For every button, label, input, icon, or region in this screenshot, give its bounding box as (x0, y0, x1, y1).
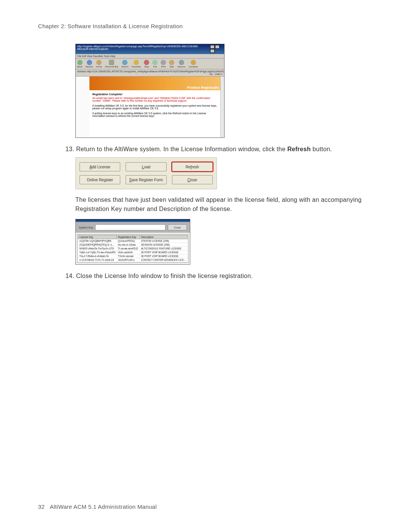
home-icon: Home (96, 60, 102, 68)
load-button[interactable]: Load (126, 162, 166, 171)
compete-icon: Compete (188, 60, 198, 68)
step-13-number: 13. (65, 145, 76, 153)
browser-screenshot: http://register.altigen.com/OnlineRegist… (75, 44, 225, 138)
table-row: n-1XJf-fdbxnl-71Yb-T1-dxbb-b4J4x2URTxJN-… (78, 258, 188, 262)
online-register-button[interactable]: Online Register (80, 175, 120, 184)
page-number: 32 (38, 503, 45, 510)
address-text: Address http://124.100x00.001.APJ/01TA.U… (77, 70, 224, 73)
registration-complete-panel: Registration Complete! An email has been… (89, 90, 220, 122)
manual-title: AltiWare ACM 5.1 Administration Manual (50, 503, 157, 510)
save-register-form-button[interactable]: Save Register Form (126, 175, 166, 184)
back-icon: Back (77, 60, 83, 68)
refresh-keyword: Refresh (287, 146, 311, 152)
table-row: TnoJ-TJfbAw-e-vhnkaln-5xTXxrtx-xaxxax30 … (78, 254, 188, 258)
reload-icon: Reload (86, 60, 93, 68)
favorites-icon: Favorites (132, 60, 141, 68)
table-row: x1QF5A+1QXQBsP4PXQBNQ1xxuxXPD2QSTATION L… (78, 239, 188, 243)
full-icon: Full (152, 60, 158, 68)
license-table: License Key Registration Key Description… (78, 235, 188, 262)
print-icon: Print (161, 60, 166, 68)
system-key-field[interactable] (95, 224, 166, 230)
discuss-icon: Discuss (177, 60, 185, 68)
personalbar-icon: Personal Bar (105, 60, 118, 68)
browser-title-text: http://register.altigen.com/OnlineRegist… (77, 45, 210, 53)
step-13-text-b: button. (311, 146, 332, 152)
info-paragraph-2: If adding license keys to an existing Al… (92, 112, 217, 117)
confirmation-email-text: An email has been sent to "sharegood@hot… (92, 97, 217, 102)
step-14-number: 14. (65, 272, 76, 280)
step-14-text: Close the License Info window to finish … (76, 272, 373, 280)
license-field-paragraph: The licenses that have just been validat… (75, 195, 368, 214)
table-row: NXM3Y.xNwsTa-ThxTsxJn-UTDTLxa-aw-anxK5JZ… (78, 247, 188, 251)
info-paragraph-1: If installing AltiWare OE 5.0, for the f… (92, 104, 217, 110)
step-13: 13. Return to the AltiWare system. In th… (65, 145, 373, 153)
refresh-button[interactable]: Refresh (172, 162, 213, 171)
col-license-key: License Key (78, 235, 117, 239)
browser-address-bar: Address http://124.100x00.001.APJ/01TA.U… (76, 69, 224, 77)
license-close-button[interactable]: Close (168, 224, 187, 230)
search-icon: Search (121, 60, 129, 68)
license-info-window: System Key Close License Key Registratio… (75, 219, 190, 265)
chapter-header: Chapter 2: Software Installation & Licen… (38, 23, 373, 29)
add-license-button[interactable]: Add License (80, 162, 120, 171)
step-14: 14. Close the License Info window to fin… (65, 272, 373, 280)
system-key-label: System Key (79, 226, 93, 229)
scrollbar-icon (220, 77, 224, 137)
table-row: TqNc-Lxt-TqNc-Th-aw-eTaxndPbVixtv-uadxnt… (78, 251, 188, 254)
page-footer: 32 AltiWare ACM 5.1 Administration Manua… (38, 503, 157, 510)
close-button[interactable]: Close (172, 175, 213, 184)
edit-icon: Edit (169, 60, 174, 68)
table-row: 21Qd10EP4QR5HQTEQ-0-.n...tnu-da-vx-10xau… (78, 243, 188, 247)
address-hint: Go · Links » (209, 73, 223, 75)
col-registration-key: Registration Key (117, 235, 140, 239)
col-description: Description (140, 235, 187, 239)
stop-icon: Stop (144, 60, 149, 68)
product-registration-banner: Product Registratio (89, 77, 220, 90)
window-control-icons (210, 45, 223, 53)
step-13-text-a: Return to the AltiWare system. In the Li… (76, 146, 287, 152)
browser-titlebar: http://register.altigen.com/OnlineRegist… (76, 44, 224, 54)
browser-menubar: File Edit View Favorites Tools Help (76, 54, 224, 59)
browser-toolbar: Back Reload Home Personal Bar Search Fav… (76, 59, 224, 69)
registration-complete-title: Registration Complete! (92, 93, 217, 96)
license-dialog-buttons: Add License Load Refresh Online Register… (75, 157, 217, 189)
